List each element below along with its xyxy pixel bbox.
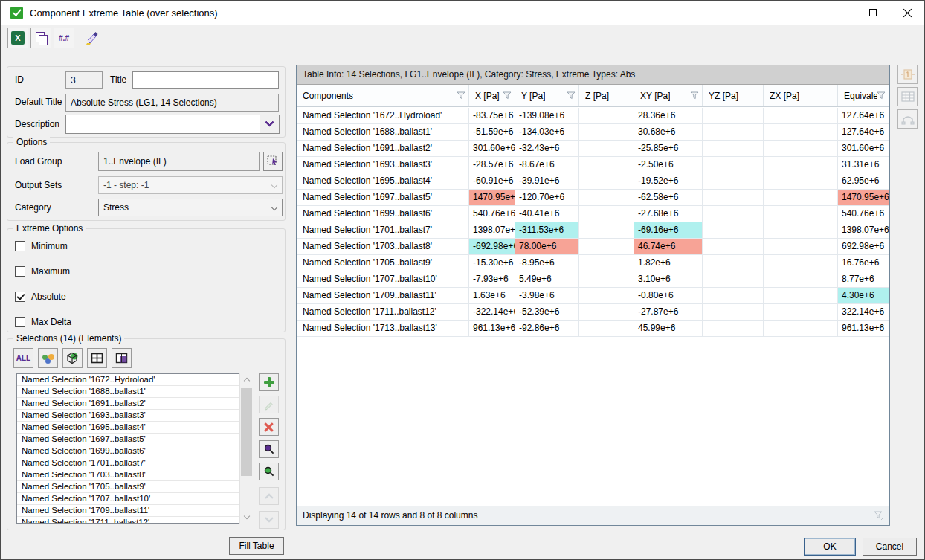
scroll-down-button[interactable] bbox=[240, 511, 253, 524]
list-item[interactable]: Named Selection '1701..ballast7' bbox=[17, 457, 239, 469]
title-label: Title bbox=[110, 74, 126, 85]
checkbox-box bbox=[15, 241, 25, 251]
fill-table-button[interactable]: Fill Table bbox=[229, 537, 284, 555]
select-solid-button[interactable] bbox=[62, 348, 83, 368]
ok-button[interactable]: OK bbox=[804, 538, 856, 556]
close-button[interactable] bbox=[890, 1, 924, 25]
filter-funnel-icon[interactable] bbox=[503, 91, 512, 100]
list-item[interactable]: Named Selection '1707..ballast10' bbox=[17, 493, 239, 505]
filter-funnel-icon[interactable] bbox=[567, 91, 576, 100]
table-row[interactable]: Named Selection '1672..Hydroload'-83.75e… bbox=[297, 108, 889, 124]
column-header-y-pa[interactable]: Y [Pa] bbox=[515, 85, 579, 106]
selections-list[interactable]: Named Selection '1672..Hydroload'Named S… bbox=[16, 373, 252, 524]
column-header-equivalent-pa[interactable]: Equivalent [Pa] bbox=[838, 85, 889, 106]
checkbox-maximum[interactable]: Maximum bbox=[15, 265, 285, 278]
column-header-yz-pa[interactable]: YZ [Pa] bbox=[703, 85, 764, 106]
cancel-button[interactable]: Cancel bbox=[863, 538, 917, 556]
table-row[interactable]: Named Selection '1699..ballast6'540.76e+… bbox=[297, 206, 889, 222]
load-group-picker-button[interactable] bbox=[263, 152, 283, 171]
table-row[interactable]: Named Selection '1703..ballast8'-692.98e… bbox=[297, 239, 889, 255]
value-cell bbox=[764, 255, 838, 271]
highlight-button[interactable] bbox=[82, 28, 103, 48]
move-down-button[interactable] bbox=[259, 511, 279, 529]
renumber-tool-button[interactable] bbox=[897, 65, 918, 84]
list-item[interactable]: Named Selection '1709..ballast11' bbox=[17, 505, 239, 517]
list-item[interactable]: Named Selection '1693..ballast3' bbox=[17, 410, 239, 422]
value-cell bbox=[764, 108, 838, 123]
filter-funnel-icon[interactable] bbox=[877, 91, 886, 100]
description-input[interactable] bbox=[65, 115, 260, 134]
export-excel-button[interactable] bbox=[7, 28, 28, 48]
filter-funnel-icon[interactable] bbox=[457, 91, 465, 100]
output-sets-combo[interactable]: -1 - step: -1 bbox=[98, 176, 283, 194]
table-row[interactable]: Named Selection '1711..ballast12'-322.14… bbox=[297, 304, 889, 321]
select-groups-button[interactable] bbox=[38, 348, 58, 368]
checkbox-absolute[interactable]: Absolute bbox=[15, 290, 285, 303]
value-cell: 961.13e+6 bbox=[469, 321, 515, 336]
scrollbar-thumb[interactable] bbox=[241, 388, 252, 476]
selections-legend: Selections (14) (Elements) bbox=[13, 333, 124, 344]
show-selection-button[interactable] bbox=[259, 440, 279, 458]
value-cell bbox=[579, 321, 634, 336]
checkbox-minimum[interactable]: Minimum bbox=[15, 239, 285, 253]
edit-selection-button[interactable] bbox=[259, 396, 279, 413]
selections-list-scrollbar[interactable] bbox=[239, 373, 252, 524]
value-cell bbox=[703, 288, 764, 303]
column-header-z-pa[interactable]: Z [Pa] bbox=[579, 85, 634, 106]
preview-selection-button[interactable] bbox=[259, 463, 279, 480]
list-item[interactable]: Named Selection '1699..ballast6' bbox=[17, 445, 239, 457]
select-grid-pattern-button[interactable] bbox=[112, 348, 132, 368]
checkbox-label: Absolute bbox=[31, 292, 66, 302]
section-view-tool-button[interactable] bbox=[897, 109, 918, 129]
column-header-components[interactable]: Components bbox=[297, 85, 469, 106]
add-selection-button[interactable] bbox=[259, 373, 279, 391]
column-header-label: YZ [Pa] bbox=[709, 91, 738, 101]
category-combo[interactable]: Stress bbox=[98, 199, 283, 216]
column-header-zx-pa[interactable]: ZX [Pa] bbox=[764, 85, 838, 106]
table-row[interactable]: Named Selection '1697..ballast5'1470.95e… bbox=[297, 190, 889, 206]
list-item[interactable]: Named Selection '1688..ballast1' bbox=[17, 386, 239, 398]
list-item[interactable]: Named Selection '1672..Hydroload' bbox=[17, 374, 239, 386]
value-cell: -2.50e+6 bbox=[634, 157, 703, 173]
checkbox-max-delta[interactable]: Max Delta bbox=[15, 315, 285, 329]
component-cell: Named Selection '1691..ballast2' bbox=[297, 141, 469, 156]
title-input[interactable] bbox=[132, 71, 279, 89]
table-row[interactable]: Named Selection '1691..ballast2'301.60e+… bbox=[297, 141, 889, 157]
select-grid-button[interactable] bbox=[87, 348, 107, 368]
delete-selection-button[interactable] bbox=[259, 418, 279, 436]
table-row[interactable]: Named Selection '1709..ballast11'1.63e+6… bbox=[297, 288, 889, 304]
select-all-button[interactable]: ALL bbox=[13, 348, 33, 368]
table-row[interactable]: Named Selection '1705..ballast9'-15.30e+… bbox=[297, 255, 889, 271]
list-item[interactable]: Named Selection '1705..ballast9' bbox=[17, 481, 239, 493]
description-dropdown-button[interactable] bbox=[260, 115, 280, 134]
table-row[interactable]: Named Selection '1707..ballast10'-7.93e+… bbox=[297, 271, 889, 288]
value-cell: 1470.95e+6 bbox=[469, 190, 515, 205]
solid-cube-icon bbox=[65, 351, 80, 365]
value-cell: -60.91e+6 bbox=[469, 173, 515, 189]
list-item[interactable]: Named Selection '1695..ballast4' bbox=[17, 422, 239, 434]
column-header-x-pa[interactable]: X [Pa] bbox=[469, 85, 515, 106]
table-row[interactable]: Named Selection '1701..ballast7'1398.07e… bbox=[297, 222, 889, 239]
list-item[interactable]: Named Selection '1711..ballast12' bbox=[17, 517, 239, 524]
scroll-up-button[interactable] bbox=[240, 373, 253, 386]
table-view-tool-button[interactable] bbox=[897, 87, 918, 106]
list-item[interactable]: Named Selection '1703..ballast8' bbox=[17, 469, 239, 481]
value-cell bbox=[764, 157, 838, 173]
clear-filter-icon[interactable] bbox=[874, 511, 884, 521]
copy-button[interactable] bbox=[30, 28, 51, 48]
table-row[interactable]: Named Selection '1713..ballast13'961.13e… bbox=[297, 321, 889, 337]
maximize-button[interactable] bbox=[856, 1, 890, 25]
minimize-button[interactable] bbox=[822, 1, 856, 25]
number-format-button[interactable]: #.# bbox=[54, 28, 74, 48]
list-item[interactable]: Named Selection '1697..ballast5' bbox=[17, 434, 239, 445]
filter-funnel-icon[interactable] bbox=[690, 91, 699, 100]
list-item[interactable]: Named Selection '1691..ballast2' bbox=[17, 398, 239, 410]
value-cell bbox=[703, 321, 764, 336]
table-row[interactable]: Named Selection '1688..ballast1'-51.59e+… bbox=[297, 124, 889, 141]
value-cell: -83.75e+6 bbox=[469, 108, 515, 123]
numbered-box-icon bbox=[901, 68, 915, 80]
table-row[interactable]: Named Selection '1693..ballast3'-28.57e+… bbox=[297, 157, 889, 173]
move-up-button[interactable] bbox=[259, 487, 279, 505]
table-row[interactable]: Named Selection '1695..ballast4'-60.91e+… bbox=[297, 173, 889, 190]
column-header-xy-pa[interactable]: XY [Pa] bbox=[634, 85, 703, 106]
